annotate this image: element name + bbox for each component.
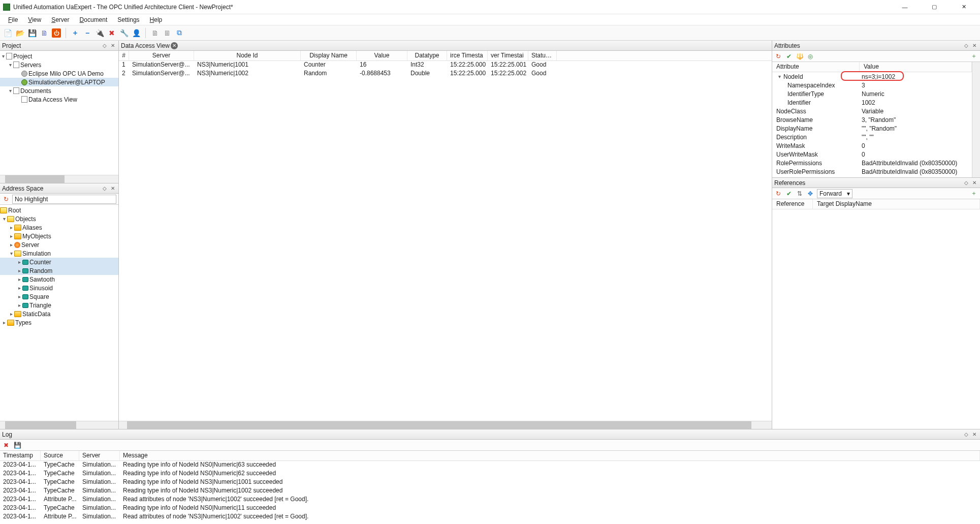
dav-title: Data Access View [121, 42, 170, 49]
project-hscroll[interactable] [0, 175, 118, 183]
highlight-combo[interactable]: No Highlight [12, 195, 116, 204]
log-row[interactable]: 2023-04-1...TypeCacheSimulation...Readin… [0, 478, 980, 487]
close-panel-icon[interactable]: ✕ [971, 179, 978, 187]
minimize-button[interactable]: — [894, 1, 916, 13]
close-panel-icon[interactable]: ✕ [971, 42, 978, 49]
add-icon[interactable]: ＋ [970, 190, 978, 198]
address-hscroll[interactable] [0, 421, 118, 429]
table-row[interactable]: 2SimulationServer@...NS3|Numeric|1002Ran… [119, 70, 772, 78]
log-row[interactable]: 2023-04-1...TypeCacheSimulation...Readin… [0, 504, 980, 513]
close-tab-icon[interactable]: ✕ [171, 42, 178, 49]
window-icon[interactable]: ⧉ [175, 28, 184, 38]
tree-random: ▸Random [0, 266, 118, 275]
table-row[interactable]: 1SimulationServer@...NS3|Numeric|1001Cou… [119, 61, 772, 70]
add-icon[interactable]: ＋ [970, 52, 978, 60]
float-icon[interactable]: ◇ [101, 42, 108, 49]
close-panel-icon[interactable]: ✕ [971, 431, 978, 438]
maximize-button[interactable]: ▢ [923, 1, 945, 13]
log-row[interactable]: 2023-04-1...TypeCacheSimulation...Readin… [0, 487, 980, 496]
dav-table[interactable]: # Server Node Id Display Name Value Data… [119, 51, 772, 421]
log-row[interactable]: 2023-04-1...Attribute P...Simulation...R… [0, 513, 980, 521]
menu-file[interactable]: File [4, 15, 22, 24]
stop-icon[interactable]: ⏻ [52, 28, 61, 38]
col-source[interactable]: Source [41, 451, 79, 460]
float-icon[interactable]: ◇ [963, 42, 970, 49]
close-button[interactable]: ✕ [953, 1, 975, 13]
col-value[interactable]: Value [860, 62, 972, 72]
project-tree[interactable]: ▾Project ▾Servers Eclipse Milo OPC UA De… [0, 51, 118, 175]
menu-server[interactable]: Server [47, 15, 73, 24]
col-num[interactable]: # [119, 51, 129, 60]
doc2-icon[interactable]: 🗏 [163, 28, 172, 38]
refresh-icon[interactable]: ↻ [774, 190, 782, 198]
dav-hscroll[interactable] [119, 421, 772, 429]
open-icon[interactable]: 📂 [15, 28, 24, 38]
new-icon[interactable]: 📄 [3, 28, 12, 38]
save-all-icon[interactable]: 🗎 [40, 28, 49, 38]
col-dispname[interactable]: Display Name [301, 51, 357, 60]
target-icon[interactable]: ◎ [806, 52, 814, 60]
col-value[interactable]: Value [357, 51, 407, 60]
menu-settings[interactable]: Settings [113, 15, 143, 24]
col-reference[interactable]: Reference [772, 199, 813, 209]
close-panel-icon[interactable]: ✕ [109, 185, 116, 192]
col-server[interactable]: Server [129, 51, 194, 60]
log-row[interactable]: 2023-04-1...TypeCacheSimulation...Readin… [0, 470, 980, 478]
attr-row[interactable]: ▾NodeIdns=3;i=1002 [772, 72, 972, 81]
tree-icon[interactable]: 🔱 [796, 52, 804, 60]
disconnect-icon[interactable]: ✖ [107, 28, 116, 38]
col-svrts[interactable]: ver Timestai [488, 51, 528, 60]
menu-document[interactable]: Document [76, 15, 112, 24]
close-panel-icon[interactable]: ✕ [109, 42, 116, 49]
col-server[interactable]: Server [79, 451, 120, 460]
remove-icon[interactable]: − [83, 28, 92, 38]
attr-row[interactable]: WriteMask0 [772, 141, 972, 150]
attributes-grid[interactable]: Attribute Value ▾NodeIdns=3;i=1002Namesp… [772, 62, 972, 177]
connect-icon[interactable]: 🔌 [95, 28, 104, 38]
col-target[interactable]: Target DisplayName [813, 199, 980, 209]
hier-icon[interactable]: ⇅ [796, 190, 804, 198]
settings-icon[interactable]: 🔧 [119, 28, 129, 38]
col-status[interactable]: Statusco [528, 51, 557, 60]
col-datatype[interactable]: Datatype [407, 51, 447, 60]
doc1-icon[interactable]: 🗎 [150, 28, 160, 38]
refresh-icon[interactable]: ↻ [2, 195, 10, 203]
attr-row[interactable]: UserRolePermissionsBadAttributeIdInvalid… [772, 167, 972, 176]
attr-row[interactable]: NamespaceIndex3 [772, 81, 972, 89]
attr-vscroll[interactable] [972, 62, 980, 177]
attr-row[interactable]: DisplayName"", "Random" [772, 124, 972, 133]
refresh-icon[interactable]: ↻ [774, 52, 782, 60]
float-icon[interactable]: ◇ [963, 431, 970, 438]
save-log-icon[interactable]: 💾 [13, 441, 21, 449]
check-icon[interactable]: ✔ [785, 190, 793, 198]
tree-simulation: ▾Simulation [0, 249, 118, 258]
log-row[interactable]: 2023-04-1...TypeCacheSimulation...Readin… [0, 461, 980, 470]
references-grid[interactable]: Reference Target DisplayName [772, 199, 980, 429]
menu-help[interactable]: Help [146, 15, 167, 24]
attr-row[interactable]: NodeClassVariable [772, 107, 972, 115]
check-icon[interactable]: ✔ [785, 52, 793, 60]
move-icon[interactable]: ✥ [806, 190, 814, 198]
log-row[interactable]: 2023-04-1...Attribute P...Simulation...R… [0, 496, 980, 504]
attr-row[interactable]: UserWriteMask0 [772, 150, 972, 159]
user-icon[interactable]: 👤 [132, 28, 141, 38]
save-icon[interactable]: 💾 [27, 28, 37, 38]
log-table[interactable]: Timestamp Source Server Message 2023-04-… [0, 451, 980, 524]
attr-row[interactable]: RolePermissionsBadAttributeIdInvalid (0x… [772, 159, 972, 167]
clear-icon[interactable]: ✖ [2, 441, 10, 449]
address-tree[interactable]: Root ▾Objects ▸Aliases ▸MyObjects ▸Serve… [0, 205, 118, 421]
col-message[interactable]: Message [120, 451, 980, 460]
attr-row[interactable]: Description"", "" [772, 133, 972, 141]
menu-view[interactable]: View [24, 15, 45, 24]
attr-row[interactable]: BrowseName3, "Random" [772, 115, 972, 124]
col-srcts[interactable]: irce Timesta [447, 51, 488, 60]
add-icon[interactable]: ＋ [71, 28, 80, 38]
float-icon[interactable]: ◇ [101, 185, 108, 192]
col-nodeid[interactable]: Node Id [194, 51, 301, 60]
direction-combo[interactable]: Forward▾ [817, 189, 852, 198]
float-icon[interactable]: ◇ [963, 179, 970, 187]
col-timestamp[interactable]: Timestamp [0, 451, 41, 460]
attr-row[interactable]: Identifier1002 [772, 98, 972, 107]
attr-row[interactable]: IdentifierTypeNumeric [772, 89, 972, 98]
col-attribute[interactable]: Attribute [772, 62, 860, 72]
